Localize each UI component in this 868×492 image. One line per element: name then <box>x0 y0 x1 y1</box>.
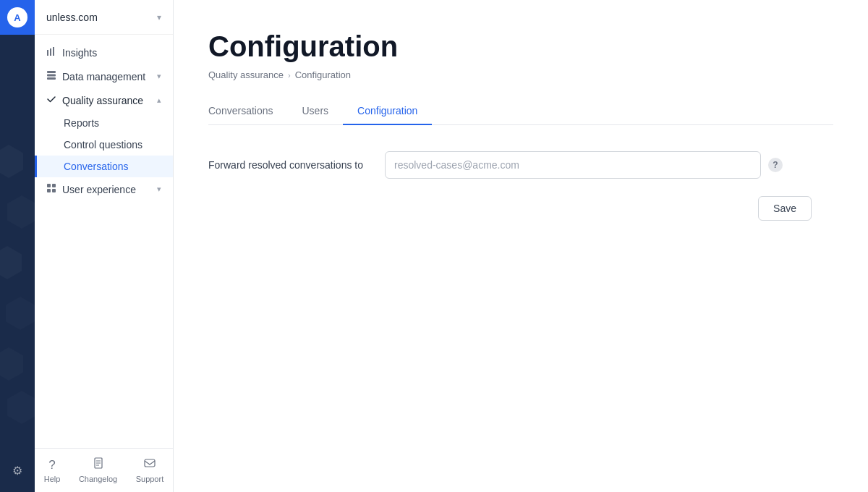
svg-rect-10 <box>52 189 56 192</box>
logo-button[interactable]: A <box>0 0 35 35</box>
page-title: Configuration <box>208 29 833 64</box>
support-icon <box>144 457 156 472</box>
settings-gear-icon[interactable]: ⚙ <box>4 457 30 483</box>
rail-bottom: ⚙ <box>4 457 30 492</box>
svg-rect-6 <box>47 77 56 80</box>
svg-rect-2 <box>53 47 54 56</box>
tab-conversations[interactable]: Conversations <box>208 98 288 125</box>
quality-assurance-icon <box>46 94 56 106</box>
control-questions-label: Control questions <box>64 139 142 150</box>
svg-rect-15 <box>145 459 155 467</box>
tab-users[interactable]: Users <box>288 98 344 125</box>
main-inner: Configuration Quality assurance › Config… <box>174 0 868 492</box>
insights-label: Insights <box>62 47 97 59</box>
conversations-label: Conversations <box>64 161 129 172</box>
user-experience-chevron-icon: ▾ <box>157 184 161 194</box>
data-management-chevron-icon: ▾ <box>157 72 161 81</box>
sidebar-nav: Insights Data management ▾ Quality assur… <box>35 35 173 448</box>
sidebar-item-user-experience[interactable]: User experience ▾ <box>35 177 173 201</box>
save-button[interactable]: Save <box>758 196 812 221</box>
sidebar: unless.com ▾ Insights Data management ▾ … <box>35 0 174 492</box>
workspace-chevron-icon: ▾ <box>157 12 161 22</box>
support-label: Support <box>136 475 164 483</box>
user-experience-label: User experience <box>62 184 136 195</box>
tabs: Conversations Users Configuration <box>208 98 833 125</box>
workspace-selector[interactable]: unless.com ▾ <box>35 0 173 35</box>
data-management-icon <box>46 70 56 82</box>
changelog-icon <box>93 457 104 472</box>
svg-rect-7 <box>47 184 51 187</box>
logo-circle: A <box>7 7 27 27</box>
support-button[interactable]: Support <box>136 457 164 483</box>
svg-rect-9 <box>47 189 51 192</box>
reports-label: Reports <box>64 117 99 129</box>
help-button[interactable]: ? Help <box>44 458 61 483</box>
user-experience-icon <box>46 183 56 195</box>
changelog-button[interactable]: Changelog <box>79 457 117 483</box>
sidebar-item-control-questions[interactable]: Control questions <box>35 134 173 156</box>
svg-rect-8 <box>52 184 56 187</box>
breadcrumb-configuration: Configuration <box>295 69 351 80</box>
help-icon: ? <box>48 458 55 472</box>
icon-rail: A ⚙ <box>0 0 35 492</box>
sidebar-item-insights[interactable]: Insights <box>35 41 173 64</box>
breadcrumb-quality-assurance[interactable]: Quality assurance <box>208 69 284 80</box>
svg-rect-5 <box>47 75 56 77</box>
sidebar-item-quality-assurance[interactable]: Quality assurance ▴ <box>35 88 173 112</box>
sidebar-bottom: ? Help Changelog Support <box>35 448 173 492</box>
svg-rect-1 <box>50 48 51 56</box>
forward-conversations-row: Forward resolved conversations to ? <box>208 151 833 179</box>
data-management-label: Data management <box>62 71 145 82</box>
changelog-label: Changelog <box>79 475 117 483</box>
svg-rect-4 <box>47 71 56 73</box>
sidebar-item-data-management[interactable]: Data management ▾ <box>35 64 173 88</box>
form-input-wrap: ? <box>385 151 833 179</box>
svg-rect-0 <box>47 50 48 56</box>
tab-configuration[interactable]: Configuration <box>343 98 432 125</box>
help-label: Help <box>44 475 61 483</box>
logo-text: A <box>14 12 20 23</box>
forward-conversations-label: Forward resolved conversations to <box>208 159 367 171</box>
workspace-name: unless.com <box>46 12 98 23</box>
sidebar-item-conversations[interactable]: Conversations <box>35 156 173 177</box>
quality-assurance-label: Quality assurance <box>62 95 143 106</box>
breadcrumb-separator: › <box>288 71 291 80</box>
hex-decorations <box>0 0 35 492</box>
main-content: Configuration Quality assurance › Config… <box>174 0 868 492</box>
breadcrumb: Quality assurance › Configuration <box>208 69 833 80</box>
insights-icon <box>46 46 56 59</box>
save-row: Save <box>208 196 833 221</box>
email-input[interactable] <box>385 151 761 179</box>
help-tooltip-icon[interactable]: ? <box>768 158 783 172</box>
quality-assurance-chevron-icon: ▴ <box>157 96 161 105</box>
sidebar-item-reports[interactable]: Reports <box>35 112 173 134</box>
